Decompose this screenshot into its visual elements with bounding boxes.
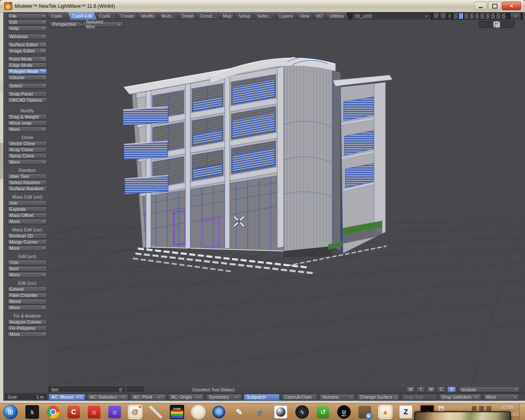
sidebar-btn-volume[interactable]: Volume ^J (7, 75, 47, 80)
internet-explorer-icon[interactable]: e (253, 406, 266, 418)
layer-box-7[interactable] (485, 13, 490, 19)
vmap-name-dropdown[interactable]: terasse (459, 386, 520, 393)
ac-selection-button[interactable]: AC: Selection +F8 (87, 394, 129, 401)
tab-utilities[interactable]: Utilities (325, 12, 348, 20)
more-menu-button[interactable]: More (483, 394, 519, 401)
bittorrent-icon[interactable]: ↺ (317, 406, 329, 418)
lightwave-layout-icon[interactable]: ☼ (88, 406, 100, 418)
sidebar-btn-extend[interactable]: Extend (7, 286, 47, 292)
symmetry-button[interactable]: Symmetry +Y (206, 394, 242, 401)
vlc-icon[interactable]: ▲ (379, 406, 392, 418)
sidebar-btn-select-random[interactable]: Select Random (7, 180, 47, 185)
firefox-icon[interactable] (192, 406, 205, 418)
tab-multiply[interactable]: Multi... (157, 12, 179, 20)
tab-create[interactable]: Create (116, 12, 139, 20)
vmap-weight-button[interactable]: W (406, 386, 415, 393)
ac-pivot-button[interactable]: AC: Pivot +F7 (130, 394, 167, 401)
tab-selection[interactable]: Selec... (253, 12, 277, 20)
sidebar-menu-more-mass-cur[interactable]: More (7, 245, 47, 251)
layer-box-3[interactable] (464, 13, 469, 19)
tab-modify[interactable]: Modify (137, 12, 159, 20)
ccleaner-icon[interactable]: C (67, 406, 80, 418)
sidebar-menu-edit[interactable]: Edit (7, 19, 47, 25)
sidebar-btn-surface-random[interactable]: Surface Random (7, 186, 47, 192)
sidebar-menu-more-edit-uni[interactable]: More (7, 272, 47, 278)
ac-origin-button[interactable]: AC: Origin +F6 (168, 394, 204, 401)
sidebar-btn-spray-clone[interactable]: Spray Clone (7, 153, 47, 159)
layer-box-4[interactable] (469, 13, 474, 19)
webcam-preview-popup[interactable] (414, 411, 511, 420)
prev-layer-button[interactable]: ‹ (433, 13, 439, 19)
sidebar-btn-move-snap[interactable]: Move snap (7, 120, 47, 126)
daemon-tools-icon[interactable]: ϟ (295, 405, 309, 419)
layer-box-9[interactable] (496, 13, 501, 19)
tab-view[interactable]: View (295, 12, 314, 20)
close-button[interactable]: × (502, 2, 521, 10)
microphone-icon[interactable] (149, 406, 162, 418)
lightwave-modeler-icon[interactable]: @ (129, 406, 142, 418)
sidebar-btn-trim[interactable]: Trim (7, 260, 47, 265)
tab-io[interactable]: I/O (312, 12, 327, 20)
tab-map[interactable]: Map (218, 12, 236, 20)
drop-selection-button[interactable]: Drop Selection ^W (439, 394, 482, 401)
change-surface-button[interactable]: Change Surface q (357, 394, 399, 401)
sidebar-btn-merge-curves[interactable]: Merge Curves (7, 239, 47, 245)
minimize-button[interactable] (474, 2, 487, 10)
tray-icon-1[interactable] (472, 406, 477, 411)
layer-box-10[interactable] (501, 13, 506, 19)
uble-player-icon[interactable]: U (337, 405, 351, 419)
chrome-icon[interactable] (47, 406, 59, 418)
pinnacle-studio-icon[interactable]: STUDIO (170, 405, 184, 419)
sidebar-btn-fillet-chamfer[interactable]: Fillet Chamfer (7, 292, 47, 298)
sidebar-btn-join[interactable]: Join (7, 200, 47, 206)
tab-layers[interactable]: Layers (275, 12, 297, 20)
vmap-selection-button[interactable]: S (447, 386, 456, 393)
subpatch-button[interactable]: Subpatch (244, 394, 280, 401)
sidebar-menu-more-fix[interactable]: More (7, 331, 47, 337)
tab-cad4-a[interactable]: Cad4... (46, 12, 70, 20)
tray-icon-2[interactable] (479, 406, 484, 411)
sidebar-menu-more-mass-uni[interactable]: More (7, 219, 47, 224)
viewport-3d-scene[interactable]: X Z (48, 20, 523, 386)
sidebar-btn-image-editor[interactable]: Image Editor F6 (7, 48, 47, 54)
show-desktop-button[interactable] (519, 404, 525, 420)
sidebar-btn-vector-clone[interactable]: Vector Clone (7, 141, 47, 146)
tab-cad4-b[interactable]: Cad4... (95, 12, 118, 20)
drop-tool-button[interactable]: Drop Tool (401, 394, 437, 401)
taskbar-clock[interactable]: 02:49 (501, 405, 514, 411)
tab-cad4-edit[interactable]: Cad4 Edit (68, 12, 96, 20)
sidebar-menu-windows[interactable]: Windows (7, 34, 47, 39)
sidebar-btn-edge-mode[interactable]: Edge Mode (7, 62, 47, 68)
sidebar-btn-jitter-tool[interactable]: Jitter Tool (7, 173, 47, 179)
next-layer-button[interactable]: › (440, 13, 446, 19)
sidebar-btn-surface-editor[interactable]: Surface Editor F5 (7, 42, 47, 48)
tray-icon-3[interactable] (486, 406, 491, 411)
sphere-render-icon[interactable] (274, 405, 288, 419)
maximize-button[interactable] (488, 2, 501, 10)
maximize-viewport-button[interactable] (506, 21, 514, 28)
sidebar-menu-more-modify[interactable]: More (7, 126, 47, 132)
object-selector[interactable]: 01_v101 ▼ (352, 13, 431, 19)
zbrush-icon[interactable]: Z (399, 406, 412, 418)
sidebar-btn-polygon-mode[interactable]: Polygon Mode ^H (7, 68, 47, 74)
tab-construct[interactable]: Const... (196, 12, 220, 20)
sidebar-btn-explode[interactable]: Explode (7, 206, 47, 212)
ac-mouse-button[interactable]: AC: Mouse +F5 (48, 394, 85, 401)
tab-detail[interactable]: Detail (177, 12, 198, 20)
sidebar-btn-array-clone[interactable]: Array Clone (7, 147, 47, 153)
sidebar-btn-analyze-curves[interactable]: Analyze Curves (7, 319, 47, 325)
sidebar-btn-drag-weight[interactable]: Drag & Weight (7, 114, 47, 120)
layer-menu-button[interactable]: ▼ (510, 13, 521, 20)
vmap-texture-button[interactable]: T (416, 386, 425, 393)
lightwave-extra-icon[interactable]: ☼ (108, 406, 121, 418)
layer-box-2[interactable] (459, 13, 463, 19)
sidebar-btn-lwcad-options[interactable]: LWCAD Options (7, 97, 47, 103)
render-mode-dropdown[interactable]: Textured Wire (82, 21, 123, 27)
vmap-morph-button[interactable]: M (427, 386, 436, 393)
sidebar-btn-snap-panel[interactable]: Snap Panel (7, 91, 47, 97)
numeric-button[interactable]: Numeric n (319, 394, 355, 401)
sidebar-menu-more-edit-cur[interactable]: More (7, 305, 47, 310)
game-shortcut-icon[interactable]: ♞ (25, 405, 39, 419)
tab-setup[interactable]: Setup (234, 12, 255, 20)
media-preview-icon[interactable] (358, 406, 371, 418)
